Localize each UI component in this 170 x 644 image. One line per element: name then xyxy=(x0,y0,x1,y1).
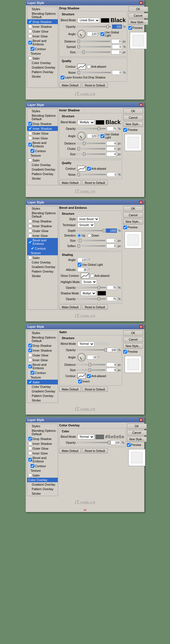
cb-drop-shadow-1[interactable] xyxy=(28,20,32,24)
contour-thumb-4[interactable] xyxy=(77,373,86,379)
sidebar-styles-1[interactable]: Styles xyxy=(27,7,58,11)
cb-inner-shadow-4[interactable] xyxy=(28,348,32,352)
sidebar-drop-shadow-2[interactable]: Drop Shadow xyxy=(27,121,58,126)
cb-contour-5[interactable] xyxy=(31,464,34,468)
cb-bevel-4[interactable] xyxy=(28,365,32,368)
opacity-input-5[interactable] xyxy=(110,440,121,445)
distance-slider-2[interactable] xyxy=(77,143,105,144)
sidebar-pattern-overlay-3[interactable]: Pattern Overlay xyxy=(27,269,58,274)
shadow-swatch-3[interactable] xyxy=(97,291,106,296)
cb-inner-glow-5[interactable] xyxy=(28,451,32,455)
sidebar-color-overlay-3[interactable]: Color Overlay xyxy=(27,260,58,265)
contour-thumb-2[interactable] xyxy=(77,166,86,171)
reset-default-btn-4[interactable]: Reset to Default xyxy=(82,387,108,392)
sidebar-contour-4[interactable]: Contour xyxy=(27,370,58,375)
sidebar-bevel-5[interactable]: Bevel and Emboss xyxy=(27,456,58,464)
close-btn-2[interactable]: ✕ xyxy=(139,103,143,107)
global-light-cb-2[interactable]: Use Global Light xyxy=(101,133,121,139)
cancel-btn-2[interactable]: Cancel xyxy=(123,115,143,120)
cb-outer-glow-4[interactable] xyxy=(28,353,32,357)
cb-bevel-1[interactable] xyxy=(28,41,32,44)
depth-input-3[interactable] xyxy=(106,228,117,233)
cb-inner-glow-4[interactable] xyxy=(28,358,32,362)
opacity-input-1[interactable] xyxy=(112,24,122,29)
contour-thumb-1[interactable] xyxy=(77,64,86,69)
sidebar-drop-shadow-1[interactable]: Drop Shadow xyxy=(27,19,58,24)
reset-default-btn-1[interactable]: Reset to Default xyxy=(82,83,108,88)
sidebar-inner-glow-3[interactable]: Inner Glow xyxy=(27,233,58,238)
sidebar-drop-shadow-3[interactable]: Drop Shadow xyxy=(27,219,58,224)
close-btn-3[interactable]: ✕ xyxy=(139,201,143,204)
sidebar-gradient-overlay-5[interactable]: Gradient Overlay xyxy=(27,482,58,487)
angle-dial-4[interactable] xyxy=(77,353,86,362)
sidebar-satin-1[interactable]: Satin xyxy=(27,56,58,61)
cb-outer-glow-2[interactable] xyxy=(28,131,32,135)
h-opacity-input-3[interactable] xyxy=(107,285,117,290)
global-light-cb-3[interactable]: Use Global Light xyxy=(78,263,103,267)
anti-alias-cb-2[interactable]: Anti-aliased xyxy=(87,167,106,171)
sidebar-styles-4[interactable]: Styles xyxy=(27,331,58,335)
distance-slider-1[interactable] xyxy=(77,41,110,42)
sidebar-blending-4[interactable]: Blending Options: Default xyxy=(27,335,58,343)
sidebar-pattern-overlay-2[interactable]: Pattern Overlay xyxy=(27,172,58,176)
noise-slider-1[interactable] xyxy=(77,72,111,73)
ok-btn-4[interactable]: OK xyxy=(123,330,143,336)
sidebar-outer-glow-1[interactable]: Outer Glow xyxy=(27,29,58,34)
gloss-thumb-3[interactable] xyxy=(81,273,89,279)
sidebar-color-overlay-5[interactable]: Color Overlay xyxy=(27,478,58,482)
make-default-btn-1[interactable]: Make Default xyxy=(59,83,81,88)
sidebar-styles-3[interactable]: Styles xyxy=(27,206,58,211)
highlight-select-3[interactable]: Screen xyxy=(81,279,97,284)
sidebar-drop-shadow-4[interactable]: Drop Shadow xyxy=(27,343,58,348)
choke-input-2[interactable] xyxy=(106,146,116,151)
invert-cb-4[interactable]: Invert xyxy=(78,380,90,383)
size-input-4[interactable] xyxy=(106,368,116,372)
sidebar-texture-1[interactable]: Texture xyxy=(27,51,58,56)
new-style-btn-1[interactable]: New Style... xyxy=(128,20,148,25)
sidebar-color-overlay-2[interactable]: Color Overlay xyxy=(27,163,58,167)
cb-inner-shadow-2[interactable] xyxy=(28,127,32,130)
sidebar-blending-2[interactable]: Blending Options: Default xyxy=(27,113,58,121)
sidebar-outer-glow-5[interactable]: Outer Glow xyxy=(27,446,58,451)
sidebar-gradient-overlay-4[interactable]: Gradient Overlay xyxy=(27,389,58,394)
sidebar-outer-glow-3[interactable]: Outer Glow xyxy=(27,228,58,233)
h-opacity-slider-3[interactable] xyxy=(77,287,106,288)
spread-slider-1[interactable] xyxy=(77,46,111,47)
ok-btn-5[interactable]: OK xyxy=(127,424,147,429)
opacity-input-4[interactable] xyxy=(107,348,117,352)
sidebar-inner-shadow-3[interactable]: Inner Shadow xyxy=(27,224,58,228)
technique-select-3[interactable]: Smooth xyxy=(77,222,95,228)
cb-drop-shadow-3[interactable] xyxy=(28,219,32,223)
sidebar-stroke-3[interactable]: Stroke xyxy=(27,274,58,278)
sidebar-satin-2[interactable]: Satin xyxy=(27,158,58,163)
altitude-input-3[interactable] xyxy=(77,267,88,272)
preview-cb-5[interactable]: Preview xyxy=(127,443,147,447)
cb-contour-4[interactable] xyxy=(31,371,34,375)
sidebar-stroke-2[interactable]: Stroke xyxy=(27,176,58,181)
sidebar-inner-glow-2[interactable]: Inner Glow xyxy=(27,136,58,141)
sidebar-color-overlay-1[interactable]: Color Overlay xyxy=(27,61,58,65)
close-btn-1[interactable]: ✕ xyxy=(139,1,143,5)
cb-inner-shadow-1[interactable] xyxy=(28,25,32,28)
sidebar-outer-glow-4[interactable]: Outer Glow xyxy=(27,353,58,358)
sidebar-contour-2[interactable]: Contour xyxy=(27,148,58,153)
sidebar-styles-2[interactable]: Styles xyxy=(27,109,58,113)
anti-alias-cb-4[interactable]: Anti-aliased xyxy=(87,374,106,378)
spread-input-1[interactable] xyxy=(112,44,122,49)
cb-satin-4[interactable] xyxy=(28,380,32,384)
cancel-btn-4[interactable]: Cancel xyxy=(123,337,143,342)
preview-cb-4[interactable]: Preview xyxy=(123,350,143,354)
make-default-btn-3[interactable]: Make Default xyxy=(59,305,81,310)
sidebar-inner-glow-5[interactable]: Inner Glow xyxy=(27,451,58,456)
reset-default-btn-2[interactable]: Reset to Default xyxy=(82,180,108,185)
cb-drop-shadow-5[interactable] xyxy=(28,437,32,441)
cancel-btn-5[interactable]: Cancel xyxy=(127,430,147,435)
cb-inner-glow-2[interactable] xyxy=(28,136,32,140)
sidebar-inner-shadow-1[interactable]: Inner Shadow xyxy=(27,24,58,29)
preview-cb-3[interactable]: Preview xyxy=(123,226,143,229)
ok-btn-1[interactable]: OK xyxy=(128,7,148,12)
sidebar-texture-4[interactable]: Texture xyxy=(27,375,58,380)
noise-input-2[interactable] xyxy=(107,172,117,177)
angle-dial-1[interactable] xyxy=(77,30,86,38)
cb-satin-2[interactable] xyxy=(28,158,32,162)
